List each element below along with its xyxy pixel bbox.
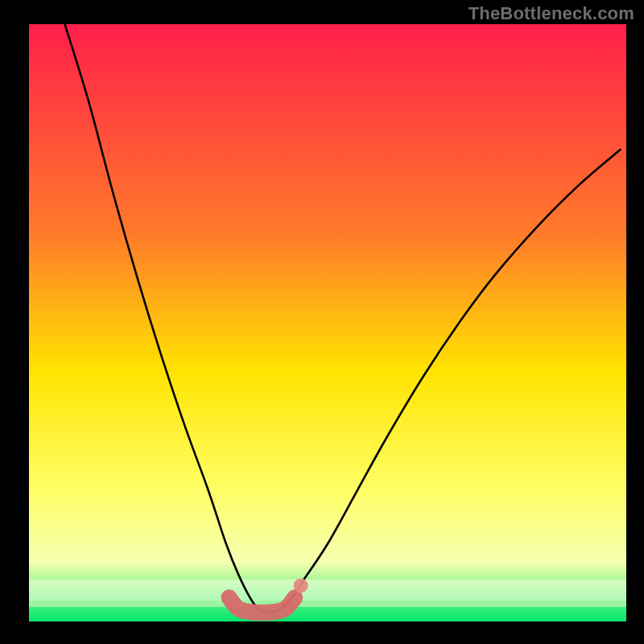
optimal-edge-marker <box>294 578 308 592</box>
chart-frame: { "watermark": "TheBottleneck.com", "col… <box>0 0 644 644</box>
watermark-text: TheBottleneck.com <box>469 3 634 24</box>
bottleneck-chart <box>0 0 644 644</box>
pale-band-2 <box>29 601 626 607</box>
plot-area <box>29 24 626 621</box>
pale-band <box>29 580 626 601</box>
